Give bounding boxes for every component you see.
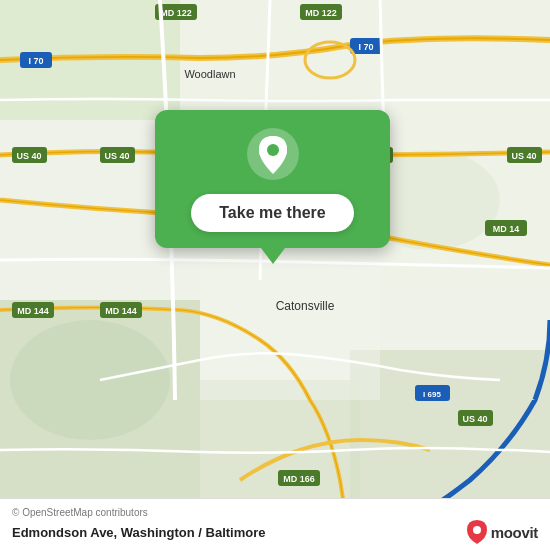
svg-text:Woodlawn: Woodlawn	[184, 68, 235, 80]
take-me-there-button[interactable]: Take me there	[191, 194, 353, 232]
svg-text:MD 166: MD 166	[283, 474, 315, 484]
svg-text:I 70: I 70	[28, 56, 43, 66]
svg-text:MD 122: MD 122	[160, 8, 192, 18]
svg-text:MD 122: MD 122	[305, 8, 337, 18]
map-background: I 70 I 70 US 40 US 40 US 40 US 40 MD 144…	[0, 0, 550, 550]
svg-text:MD 144: MD 144	[17, 306, 49, 316]
svg-text:MD 14: MD 14	[493, 224, 520, 234]
svg-point-3	[10, 320, 170, 440]
svg-point-44	[267, 144, 279, 156]
svg-text:I 70: I 70	[358, 42, 373, 52]
popup-card: Take me there	[155, 110, 390, 248]
svg-text:US 40: US 40	[511, 151, 536, 161]
bottom-bar: © OpenStreetMap contributors Edmondson A…	[0, 498, 550, 550]
svg-text:Catonsville: Catonsville	[276, 299, 335, 313]
svg-text:US 40: US 40	[16, 151, 41, 161]
svg-text:I 695: I 695	[423, 390, 441, 399]
bottom-row: Edmondson Ave, Washington / Baltimore mo…	[12, 520, 538, 544]
map-container: I 70 I 70 US 40 US 40 US 40 US 40 MD 144…	[0, 0, 550, 550]
moovit-logo: moovit	[467, 520, 538, 544]
svg-text:MD 144: MD 144	[105, 306, 137, 316]
svg-text:US 40: US 40	[104, 151, 129, 161]
location-label: Edmondson Ave, Washington / Baltimore	[12, 525, 266, 540]
svg-text:US 40: US 40	[462, 414, 487, 424]
moovit-pin-icon	[467, 520, 487, 544]
moovit-brand-text: moovit	[491, 524, 538, 541]
svg-point-45	[473, 526, 481, 534]
map-attribution: © OpenStreetMap contributors	[12, 507, 538, 518]
location-pin-icon	[247, 128, 299, 180]
